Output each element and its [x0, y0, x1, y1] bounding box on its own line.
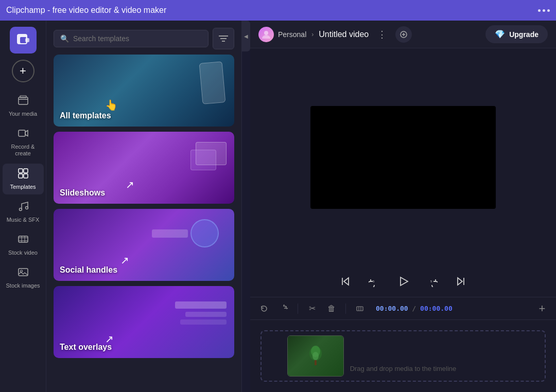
svg-rect-25 — [315, 360, 317, 365]
svg-rect-22 — [357, 307, 363, 311]
timeline-drop-area[interactable]: Drag and drop media to the timeline — [260, 330, 546, 382]
collapse-panel-button[interactable]: ◀ — [242, 21, 250, 51]
sidebar: + Your media Record & create — [0, 21, 46, 392]
svg-rect-12 — [19, 236, 28, 242]
card-bg-text: Text overlays — [54, 286, 234, 358]
sidebar-item-your-media[interactable]: Your media — [3, 91, 44, 121]
dot3 — [547, 9, 550, 12]
title-bar-title: Clipchamp - free video editor & video ma… — [6, 6, 166, 15]
timestamp-divider: / — [412, 305, 420, 312]
svg-rect-13 — [19, 269, 28, 276]
card-label-text-overlays: Text overlays — [60, 343, 112, 352]
search-input[interactable] — [73, 34, 202, 43]
timeline-content: Drag and drop media to the timeline — [250, 320, 556, 392]
template-card-social-handles[interactable]: Social handles ↗ — [54, 209, 234, 281]
stock-video-icon — [18, 234, 29, 247]
drop-hint-text: Drag and drop media to the timeline — [350, 365, 457, 372]
sidebar-item-stock-images[interactable]: Stock images — [3, 262, 44, 293]
skip-to-start-button[interactable] — [336, 272, 355, 291]
card-label-all-templates: All templates — [60, 111, 111, 120]
toolbar-separator-1 — [298, 304, 298, 314]
svg-text:5: 5 — [430, 280, 432, 283]
your-media-icon — [18, 95, 29, 109]
card-bg: All templates — [54, 55, 234, 127]
undo-button[interactable] — [256, 301, 272, 316]
svg-rect-7 — [24, 169, 28, 173]
skip-to-end-button[interactable] — [451, 272, 470, 291]
add-media-button[interactable]: + — [534, 301, 550, 316]
upgrade-label: Upgrade — [509, 30, 538, 39]
templates-panel: 🔍 All templates 👆 — [46, 21, 242, 392]
svg-point-18 — [264, 31, 268, 35]
sidebar-item-record-label: Record & create — [6, 144, 41, 157]
app-logo — [10, 27, 37, 54]
timeline-clip[interactable] — [287, 335, 344, 377]
sidebar-item-music-sfx[interactable]: Music & SFX — [3, 197, 44, 227]
sidebar-item-templates[interactable]: Templates — [3, 164, 44, 194]
clip-options-button[interactable] — [352, 301, 368, 316]
svg-point-26 — [312, 352, 319, 360]
svg-point-14 — [20, 270, 22, 272]
breadcrumb-chevron: › — [311, 31, 314, 38]
filter-button[interactable] — [213, 28, 234, 49]
diamond-icon: 💎 — [495, 29, 505, 39]
redo-button[interactable] — [276, 301, 291, 316]
video-preview-area — [250, 48, 556, 266]
search-box[interactable]: 🔍 — [54, 30, 208, 47]
cut-button[interactable]: ✂ — [304, 301, 320, 316]
personal-avatar — [258, 27, 274, 42]
template-card-all-templates[interactable]: All templates 👆 — [54, 55, 234, 127]
sidebar-item-stock-images-label: Stock images — [6, 282, 40, 289]
right-area: Personal › Untitled video ⋮ 💎 Upgrade — [250, 21, 556, 392]
panel-header: 🔍 — [46, 21, 241, 55]
current-time: 00:00.00 — [376, 305, 412, 312]
template-cards-list: All templates 👆 Slideshows ↗ — [46, 55, 241, 392]
clip-thumbnail — [288, 336, 343, 376]
svg-point-10 — [19, 208, 22, 210]
total-time: 00:00.00 — [420, 305, 453, 312]
video-title: Untitled video — [319, 30, 369, 39]
personal-label: Personal — [278, 30, 306, 39]
sidebar-item-record-create[interactable]: Record & create — [3, 123, 44, 161]
play-button[interactable] — [394, 272, 412, 291]
record-icon — [18, 128, 29, 141]
delete-button[interactable]: 🗑 — [324, 301, 339, 316]
music-icon — [18, 201, 29, 215]
timeline-area: ✂ 🗑 00:00.00 / 00:00.00 — [250, 297, 556, 392]
template-card-text-overlays[interactable]: Text overlays ↗ — [54, 286, 234, 358]
svg-rect-2 — [25, 38, 29, 42]
sidebar-item-stock-video-label: Stock video — [8, 250, 38, 256]
rewind-5s-button[interactable]: 5 — [365, 272, 384, 291]
title-bar-menu-dots[interactable] — [538, 9, 550, 12]
card-bg-slideshows: Slideshows — [54, 132, 234, 204]
card-label-slideshows: Slideshows — [60, 188, 105, 198]
sidebar-item-stock-video[interactable]: Stock video — [3, 229, 44, 260]
sidebar-item-music-label: Music & SFX — [7, 217, 40, 223]
title-bar-left: Clipchamp - free video editor & video ma… — [6, 6, 166, 15]
add-button[interactable]: + — [12, 60, 34, 82]
playback-controls: 5 5 — [250, 266, 556, 297]
forward-5s-button[interactable]: 5 — [423, 272, 441, 291]
svg-rect-9 — [24, 174, 28, 178]
svg-point-11 — [25, 206, 28, 209]
svg-rect-3 — [19, 97, 28, 104]
main-layout: + Your media Record & create — [0, 21, 556, 392]
template-card-slideshows[interactable]: Slideshows ↗ — [54, 132, 234, 204]
timestamp-display: 00:00.00 / 00:00.00 — [376, 305, 453, 312]
card-bg-social: Social handles — [54, 209, 234, 281]
personal-button[interactable]: Personal — [258, 27, 306, 42]
top-bar: Personal › Untitled video ⋮ 💎 Upgrade — [250, 21, 556, 48]
video-menu-button[interactable]: ⋮ — [374, 26, 390, 43]
video-player[interactable] — [310, 106, 496, 209]
svg-text:5: 5 — [373, 280, 375, 283]
dot1 — [538, 9, 541, 12]
card-label-social-handles: Social handles — [60, 265, 117, 275]
dot2 — [543, 9, 545, 12]
templates-icon — [18, 168, 29, 182]
share-button[interactable] — [395, 26, 412, 43]
stock-images-icon — [18, 266, 29, 280]
upgrade-button[interactable]: 💎 Upgrade — [485, 25, 548, 43]
sidebar-item-your-media-label: Your media — [9, 111, 37, 117]
timeline-toolbar: ✂ 🗑 00:00.00 / 00:00.00 — [250, 297, 556, 320]
search-icon: 🔍 — [60, 34, 69, 43]
